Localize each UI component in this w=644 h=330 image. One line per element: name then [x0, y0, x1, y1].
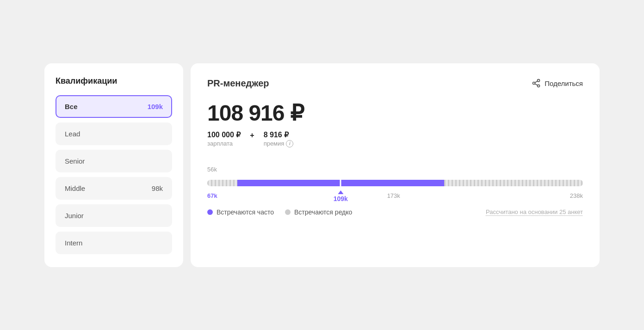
qualification-list: Все109kLeadSeniorMiddle98kJuniorIntern	[56, 95, 172, 254]
plus-sign: +	[250, 130, 254, 140]
legend: Встречаются часто Встречаются редко Расс…	[207, 208, 583, 216]
qual-item-label-all: Все	[65, 103, 78, 110]
main-container: Квалификации Все109kLeadSeniorMiddle98kJ…	[44, 63, 600, 267]
left-panel: Квалификации Все109kLeadSeniorMiddle98kJ…	[44, 63, 183, 267]
qual-item-label-senior: Senior	[65, 157, 85, 165]
share-icon	[532, 79, 541, 88]
qual-item-value-middle: 98k	[152, 184, 163, 192]
range-label-67k: 67k	[207, 192, 217, 199]
svg-line-3	[535, 84, 538, 85]
legend-dot-frequent	[207, 209, 213, 215]
salary-bonus: 8 916 ₽ премия i	[264, 130, 294, 147]
range-marker	[340, 178, 341, 188]
range-labels: 67k 109k 173k 238k	[207, 192, 583, 199]
range-bar-wrapper[interactable]	[207, 177, 583, 189]
range-pointer-arrow	[338, 190, 343, 194]
legend-note: Рассчитано на основании 25 анкет	[486, 208, 583, 215]
range-pointer: 109k	[334, 190, 348, 202]
legend-dot-rare	[285, 209, 291, 215]
range-track	[207, 180, 583, 186]
right-header: PR-менеджер Поделиться	[207, 78, 583, 89]
range-min-label: 56k	[207, 166, 583, 173]
range-label-238k: 238k	[570, 192, 583, 199]
qual-item-junior[interactable]: Junior	[56, 204, 172, 227]
qual-item-intern[interactable]: Intern	[56, 232, 172, 254]
salary-bonus-label: премия i	[264, 140, 294, 147]
range-label-173k: 173k	[387, 192, 400, 199]
salary-breakdown: 100 000 ₽ зарплата + 8 916 ₽ премия i	[207, 130, 583, 147]
qual-item-label-lead: Lead	[65, 130, 80, 138]
qual-item-all[interactable]: Все109k	[56, 95, 172, 118]
legend-frequent-label: Встречаются часто	[217, 208, 274, 216]
qual-item-senior[interactable]: Senior	[56, 150, 172, 172]
range-pointer-label: 109k	[334, 195, 348, 202]
share-label: Поделиться	[545, 79, 583, 87]
job-title: PR-менеджер	[207, 78, 269, 89]
range-dots-left	[207, 180, 237, 186]
panel-title: Квалификации	[56, 76, 172, 86]
qual-item-label-middle: Middle	[65, 184, 85, 192]
qual-item-value-all: 109k	[148, 103, 163, 110]
salary-bonus-value: 8 916 ₽	[264, 130, 294, 139]
salary-base-value: 100 000 ₽	[207, 130, 241, 139]
legend-rare: Встречаются редко	[285, 208, 352, 216]
info-icon[interactable]: i	[286, 140, 293, 147]
salary-base-label: зарплата	[207, 140, 241, 147]
qual-item-middle[interactable]: Middle98k	[56, 177, 172, 200]
legend-frequent: Встречаются часто	[207, 208, 274, 216]
range-section: 56k 67k 109k 173k 238k	[207, 166, 583, 199]
right-panel: PR-менеджер Поделиться 108 916 ₽ 100 000…	[191, 63, 600, 267]
qual-item-lead[interactable]: Lead	[56, 122, 172, 145]
qual-item-label-intern: Intern	[65, 239, 82, 247]
salary-base: 100 000 ₽ зарплата	[207, 130, 241, 147]
range-dots-right	[444, 180, 583, 186]
share-button[interactable]: Поделиться	[532, 79, 583, 88]
salary-main: 108 916 ₽	[207, 100, 583, 126]
qual-item-label-junior: Junior	[65, 212, 84, 220]
legend-rare-label: Встречаются редко	[294, 208, 352, 216]
svg-line-4	[535, 81, 538, 82]
